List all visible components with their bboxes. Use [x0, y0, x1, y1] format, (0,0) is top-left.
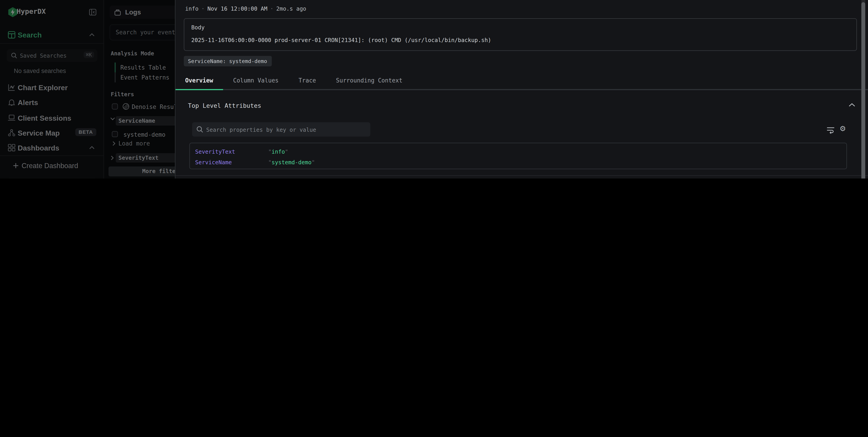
- quote: ": [312, 159, 315, 165]
- servicename-tag-label: ServiceName: systemd-demo: [188, 58, 267, 64]
- tab-label: Trace: [299, 77, 316, 83]
- tab-surrounding-context[interactable]: Surrounding Context: [326, 72, 412, 90]
- gear-icon[interactable]: ⚙: [839, 125, 846, 133]
- body-log-line: 2025-11-16T06:00:00-0000 prod-server-01 …: [191, 37, 491, 43]
- tab-column-values[interactable]: Column Values: [223, 72, 288, 90]
- event-header: info·Nov 16 12:00:00 AM·2mo.s ago: [185, 5, 306, 11]
- quote: ": [268, 159, 272, 165]
- attribute-row[interactable]: ServiceName "systemd-demo": [189, 157, 846, 168]
- section-divider: [175, 175, 868, 176]
- top-level-attributes-heading: Top Level Attributes: [188, 102, 261, 110]
- search-icon: [196, 126, 203, 133]
- relative-time: 2mo.s ago: [276, 5, 306, 11]
- attr-value: info: [272, 149, 285, 155]
- event-detail-panel: info·Nov 16 12:00:00 AM·2mo.s ago Body 2…: [175, 0, 868, 178]
- body-label: Body: [191, 24, 205, 31]
- separator-dot: ·: [198, 5, 207, 11]
- body-box: Body 2025-11-16T06:00:00-0000 prod-serve…: [183, 18, 857, 51]
- tab-label: Column Values: [233, 77, 279, 83]
- scrollbar-thumb[interactable]: [862, 2, 865, 178]
- severity-text: info: [185, 5, 198, 11]
- top-level-search-input[interactable]: [206, 122, 366, 137]
- top-level-search[interactable]: [192, 122, 370, 137]
- quote: ": [285, 149, 288, 155]
- quote: ": [268, 149, 272, 155]
- chevron-up-icon[interactable]: [848, 103, 855, 107]
- tab-label: Surrounding Context: [336, 77, 402, 83]
- modal-backdrop[interactable]: [0, 0, 175, 178]
- top-level-attributes-table: SeverityText "info" ServiceName "systemd…: [189, 143, 847, 169]
- wrap-lines-icon[interactable]: [826, 127, 835, 134]
- tab-trace[interactable]: Trace: [288, 72, 326, 90]
- tab-overview[interactable]: Overview: [175, 72, 223, 90]
- tab-label: Overview: [185, 77, 213, 83]
- detail-tabs: Overview Column Values Trace Surrounding…: [175, 72, 868, 90]
- attr-key: SeverityText: [195, 149, 268, 155]
- app-root: HyperDX Search Saved Searches ⌘K No save…: [0, 0, 868, 178]
- attr-key: ServiceName: [195, 159, 268, 165]
- servicename-tag[interactable]: ServiceName: systemd-demo: [183, 56, 271, 66]
- attr-value: systemd-demo: [272, 159, 312, 165]
- separator-dot: ·: [267, 5, 276, 11]
- attribute-row[interactable]: SeverityText "info": [189, 147, 846, 157]
- event-timestamp: Nov 16 12:00:00 AM: [207, 5, 267, 11]
